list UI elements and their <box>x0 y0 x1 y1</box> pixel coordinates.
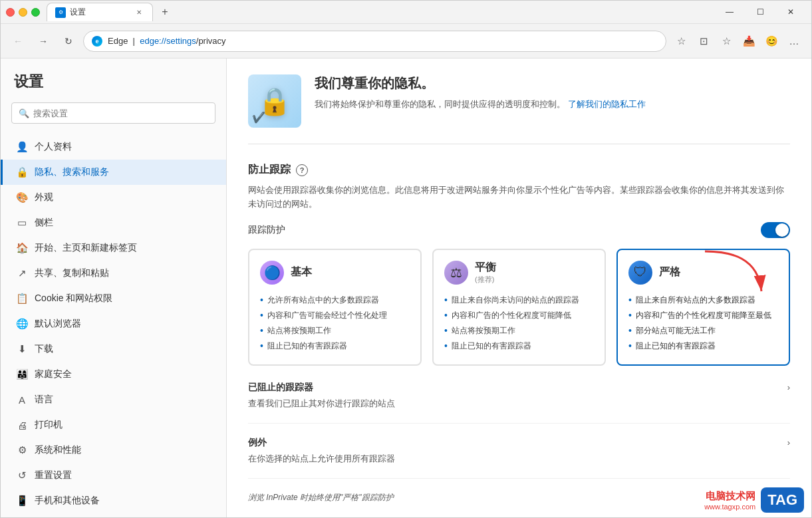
blocked-trackers-chevron: › <box>787 382 790 392</box>
exceptions-desc: 在你选择的站点上允许使用所有跟踪器 <box>248 453 790 465</box>
maximize-dot[interactable] <box>31 8 40 17</box>
sidebar-item-start[interactable]: 🏠 开始、主页和新建标签页 <box>1 235 226 261</box>
new-tab-button[interactable]: + <box>156 3 174 21</box>
sidebar-item-profile[interactable]: 👤 个人资料 <box>1 134 226 160</box>
content-area: 设置 🔍 👤 个人资料 🔒 隐私、搜索和服务 🎨 外观 ▭ 侧栏 🏠 开始、主页… <box>1 59 811 517</box>
back-button[interactable]: ← <box>7 31 29 52</box>
watermark-site: 电脑技术网 <box>704 490 755 503</box>
sidebar-label-share: 共享、复制和粘贴 <box>35 267 109 279</box>
maximize-button[interactable]: ☐ <box>745 1 775 24</box>
settings-sidebar: 设置 🔍 👤 个人资料 🔒 隐私、搜索和服务 🎨 外观 ▭ 侧栏 🏠 开始、主页… <box>1 59 227 517</box>
address-bar[interactable]: e Edge | edge://settings/privacy <box>83 31 666 52</box>
close-button[interactable]: ✕ <box>775 1 806 24</box>
reading-view-icon[interactable]: ⊡ <box>693 31 714 52</box>
exceptions-section: 例外 › 在你选择的站点上允许使用所有跟踪器 <box>248 437 790 479</box>
sidebar-label-privacy: 隐私、搜索和服务 <box>35 166 109 178</box>
sidebar-label-reset: 重置设置 <box>35 469 72 481</box>
card-title-area: 平衡 (推荐) <box>475 261 496 285</box>
sidebar-label-print: 打印机 <box>35 419 63 431</box>
privacy-description: 我们将始终保护和尊重你的隐私，同时提供应得的透明度和控制。 了解我们的隐私工作 <box>315 98 646 111</box>
card-feature: 站点将按预期工作 <box>260 323 410 338</box>
sidebar-icon-start: 🏠 <box>16 242 28 254</box>
blocked-trackers-desc: 查看我们已阻止其对你进行跟踪的站点 <box>248 398 790 410</box>
sidebar-label-cookies: Cookie 和网站权限 <box>35 293 112 305</box>
address-path-part: edge://settings <box>140 36 196 46</box>
card-feature: 允许所有站点中的大多数跟踪器 <box>260 293 410 308</box>
tabs-area: ⚙ 设置 ✕ + <box>47 3 714 21</box>
minimize-dot[interactable] <box>19 8 27 17</box>
title-bar: ⚙ 设置 ✕ + — ☐ ✕ <box>1 1 811 24</box>
navigation-bar: ← → ↻ e Edge | edge://settings/privacy ☆… <box>1 24 811 59</box>
search-box[interactable]: 🔍 <box>11 102 215 124</box>
sidebar-label-family: 家庭安全 <box>35 368 72 380</box>
sidebar-item-privacy[interactable]: 🔒 隐私、搜索和服务 <box>1 160 226 185</box>
sidebar-icon-cookies: 📋 <box>16 293 28 305</box>
tracking-card-strict[interactable]: 🛡 严格 阻止来自所有站点的大多数跟踪器内容和广告的个性化程度可能降至最低部分站… <box>616 249 790 366</box>
forward-button[interactable]: → <box>33 31 54 52</box>
more-icon[interactable]: … <box>783 31 805 52</box>
tracking-toggle[interactable] <box>761 222 790 238</box>
sidebar-item-browser[interactable]: 🌐 默认浏览器 <box>1 311 226 336</box>
card-feature: 内容和广告的个性化程度可能降低 <box>444 308 594 323</box>
window-dots <box>6 8 40 17</box>
blocked-trackers-header[interactable]: 已阻止的跟踪器 › <box>248 382 790 394</box>
sidebar-item-reset[interactable]: ↺ 重置设置 <box>1 463 226 488</box>
tab-close-button[interactable]: ✕ <box>134 7 144 18</box>
sidebar-item-appearance[interactable]: 🎨 外观 <box>1 185 226 210</box>
settings-tab-icon: ⚙ <box>55 7 66 18</box>
card-feature: 内容和广告可能会经过个性化处理 <box>260 308 410 323</box>
watermark: 电脑技术网 www.tagxp.com TAG <box>696 482 812 518</box>
sidebar-item-print[interactable]: 🖨 打印机 <box>1 412 226 438</box>
settings-tab[interactable]: ⚙ 设置 ✕ <box>47 3 153 21</box>
sidebar-item-language[interactable]: A 语言 <box>1 387 226 412</box>
sidebar-item-cookies[interactable]: 📋 Cookie 和网站权限 <box>1 286 226 311</box>
card-title-basic: 基本 <box>291 265 312 279</box>
sidebar-item-downloads[interactable]: ⬇ 下载 <box>1 336 226 362</box>
address-edge-part: Edge <box>108 36 128 46</box>
card-header-basic: 🔵 基本 <box>260 261 410 285</box>
search-input[interactable] <box>33 108 208 118</box>
card-feature: 阻止已知的有害跟踪器 <box>444 338 594 354</box>
close-dot[interactable] <box>6 8 15 17</box>
privacy-header: 🔒 ✔️ 我们尊重你的隐私。 我们将始终保护和尊重你的隐私，同时提供应得的透明度… <box>248 74 790 144</box>
settings-tab-label: 设置 <box>70 7 86 18</box>
sidebar-item-accessibility[interactable]: ♿ 辅助功能 <box>1 513 226 517</box>
sidebar-label-browser: 默认浏览器 <box>35 318 81 330</box>
privacy-learn-more-link[interactable]: 了解我们的隐私工作 <box>568 99 646 109</box>
watermark-url: www.tagxp.com <box>704 503 755 511</box>
sidebar-icon-appearance: 🎨 <box>16 192 28 203</box>
profile-icon[interactable]: 😊 <box>761 31 782 52</box>
exceptions-chevron: › <box>787 438 790 448</box>
sidebar-item-share[interactable]: ↗ 共享、复制和粘贴 <box>1 261 226 286</box>
blocked-trackers-title: 已阻止的跟踪器 <box>248 382 313 394</box>
card-title-strict: 严格 <box>659 265 680 279</box>
sidebar-icon-privacy: 🔒 <box>16 166 28 178</box>
watermark-badge: TAG <box>761 487 804 513</box>
watermark-text: 电脑技术网 www.tagxp.com <box>704 490 755 511</box>
exceptions-header[interactable]: 例外 › <box>248 437 790 449</box>
sidebar-icon-family: 👨‍👩‍👧 <box>16 368 28 380</box>
sidebar-title: 设置 <box>1 72 226 102</box>
minimize-button[interactable]: — <box>714 1 745 24</box>
sidebar-label-start: 开始、主页和新建标签页 <box>35 242 137 254</box>
favorites-icon[interactable]: ☆ <box>670 31 692 52</box>
sidebar-item-system[interactable]: ⚙ 系统和性能 <box>1 438 226 463</box>
sidebar-label-downloads: 下载 <box>35 343 53 355</box>
collections-icon[interactable]: 📥 <box>738 31 759 52</box>
sidebar-icon-downloads: ⬇ <box>16 343 28 355</box>
favorites-list-icon[interactable]: ☆ <box>716 31 737 52</box>
sidebar-item-family[interactable]: 👨‍👩‍👧 家庭安全 <box>1 362 226 387</box>
toggle-thumb <box>775 223 789 237</box>
sidebar-label-mobile: 手机和其他设备 <box>35 495 100 507</box>
sidebar-item-mobile[interactable]: 📱 手机和其他设备 <box>1 488 226 513</box>
tracking-card-basic[interactable]: 🔵 基本 允许所有站点中的大多数跟踪器内容和广告可能会经过个性化处理站点将按预期… <box>248 249 422 366</box>
tracking-card-balanced[interactable]: ⚖ 平衡 (推荐) 阻止来自你尚未访问的站点的跟踪器内容和广告的个性化程度可能降… <box>432 249 606 366</box>
sidebar-label-language: 语言 <box>35 394 53 406</box>
sidebar-icon-print: 🖨 <box>16 419 28 431</box>
refresh-button[interactable]: ↻ <box>58 31 79 52</box>
sidebar-icon-system: ⚙ <box>16 444 28 456</box>
sidebar-item-sidebar[interactable]: ▭ 侧栏 <box>1 210 226 235</box>
tracking-help-icon[interactable]: ? <box>296 164 308 176</box>
card-feature: 阻止已知的有害跟踪器 <box>260 338 410 354</box>
privacy-text: 我们尊重你的隐私。 我们将始终保护和尊重你的隐私，同时提供应得的透明度和控制。 … <box>315 74 646 111</box>
